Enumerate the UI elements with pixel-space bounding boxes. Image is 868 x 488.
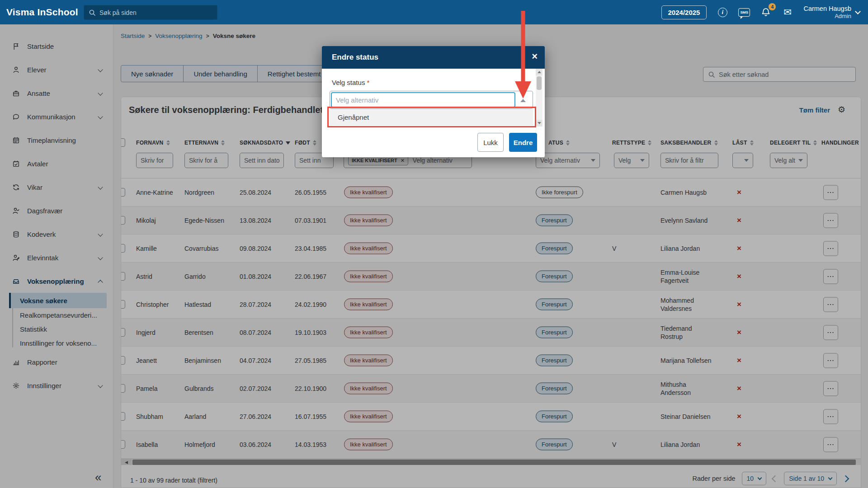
close-button[interactable]: Lukk [477,133,504,152]
sms-icon: SMS [738,8,750,17]
required-mark: * [367,79,369,86]
chevron-down-icon [855,9,861,14]
scroll-down-button[interactable] [536,120,542,127]
field-label: Velg status* [332,79,369,86]
sms-button[interactable]: SMS [738,6,750,18]
scrollbar-thumb[interactable] [537,76,542,90]
modal-footer: Lukk Endre [322,133,545,157]
user-role: Admin [803,13,851,20]
global-search[interactable] [84,5,217,20]
envelope-icon: ✉ [784,7,792,18]
status-combobox[interactable] [330,91,533,109]
user-menu[interactable]: Carmen Haugsb Admin [803,5,860,20]
app-logo: Visma InSchool [6,7,78,18]
notifications-button[interactable]: 4 [760,6,772,18]
messages-button[interactable]: ✉ [782,6,793,18]
search-icon [89,9,96,16]
endre-status-modal: Endre status × Velg status* Gjenåpnet Lu… [322,46,545,157]
info-icon: i [718,8,727,17]
caret-up-icon[interactable] [520,99,526,102]
notification-badge: 4 [769,3,776,10]
status-combobox-input[interactable] [331,92,515,108]
top-navbar: Visma InSchool 2024/2025 i SMS 4 ✉ Carme… [0,0,868,24]
info-button[interactable]: i [717,6,728,18]
global-search-input[interactable] [99,9,208,16]
scroll-up-button[interactable] [536,69,542,75]
close-icon[interactable]: × [532,52,538,61]
modal-title: Endre status [332,53,378,62]
modal-scrollbar[interactable] [536,69,542,127]
submit-button[interactable]: Endre [509,133,537,152]
annotation-highlight-rectangle [327,107,536,127]
modal-header: Endre status × [322,46,545,69]
user-name: Carmen Haugsb [803,5,851,13]
school-year-button[interactable]: 2024/2025 [661,5,707,19]
annotation-arrow [515,11,531,99]
